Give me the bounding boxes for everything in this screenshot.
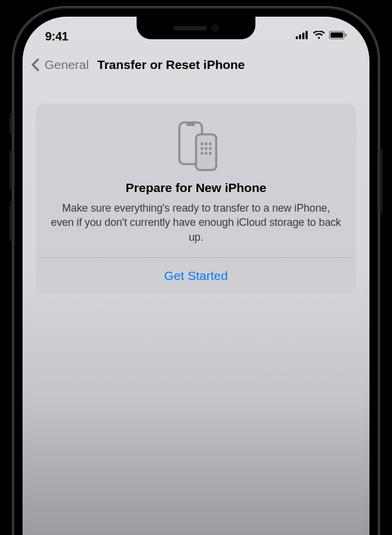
transfer-devices-icon xyxy=(166,120,226,171)
svg-point-16 xyxy=(201,152,204,155)
screen: 9:41 xyxy=(23,17,369,535)
notch xyxy=(137,17,255,39)
back-chevron-icon[interactable] xyxy=(31,58,40,71)
phone-frame: 9:41 xyxy=(12,6,380,535)
svg-rect-5 xyxy=(331,33,343,38)
front-camera xyxy=(211,24,219,32)
prepare-card-description: Make sure everything's ready to transfer… xyxy=(50,201,342,244)
wifi-icon xyxy=(313,31,325,42)
side-buttons-right xyxy=(380,149,382,214)
svg-point-12 xyxy=(209,143,212,146)
svg-rect-0 xyxy=(296,36,298,39)
content-area: Prepare for New iPhone Make sure everyth… xyxy=(23,80,369,294)
svg-rect-8 xyxy=(186,122,195,126)
status-time: 9:41 xyxy=(45,30,68,43)
svg-point-17 xyxy=(205,152,208,155)
svg-point-15 xyxy=(209,147,212,150)
get-started-button[interactable]: Get Started xyxy=(36,258,356,294)
svg-point-18 xyxy=(209,152,212,155)
prepare-card: Prepare for New iPhone Make sure everyth… xyxy=(36,103,356,294)
svg-rect-3 xyxy=(306,31,308,39)
svg-point-11 xyxy=(205,143,208,146)
battery-icon xyxy=(329,31,347,42)
silence-switch[interactable] xyxy=(10,113,12,134)
status-icons xyxy=(296,31,347,42)
svg-rect-6 xyxy=(345,34,346,37)
svg-rect-1 xyxy=(299,34,302,39)
svg-point-10 xyxy=(201,143,204,146)
cellular-signal-icon xyxy=(296,31,309,42)
prepare-card-body: Prepare for New iPhone Make sure everyth… xyxy=(36,103,356,257)
svg-point-14 xyxy=(205,147,208,150)
power-button[interactable] xyxy=(380,149,382,214)
speaker-grille xyxy=(173,26,207,30)
volume-down-button[interactable] xyxy=(10,201,12,241)
navigation-bar: General Transfer or Reset iPhone xyxy=(23,50,369,80)
prepare-card-title: Prepare for New iPhone xyxy=(50,181,342,195)
page-title: Transfer or Reset iPhone xyxy=(97,58,245,72)
svg-point-13 xyxy=(201,147,204,150)
volume-up-button[interactable] xyxy=(10,150,12,190)
back-button-label[interactable]: General xyxy=(45,58,89,72)
svg-rect-2 xyxy=(302,33,305,39)
